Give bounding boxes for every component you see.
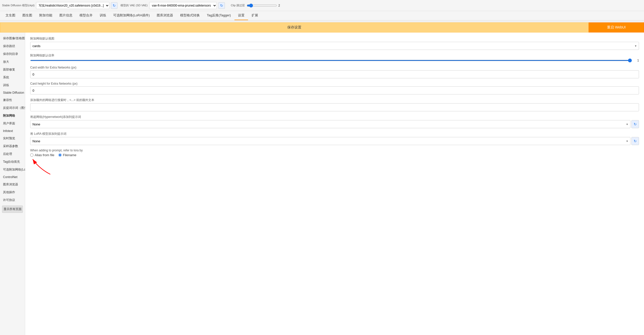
- lora-refer-row: When adding to prompt, refer to lora by …: [30, 149, 639, 157]
- sidebar-item-system[interactable]: 系统: [0, 74, 25, 81]
- lora-row: 将 LoRA 模型添加到提示词 None ▼ ↻: [30, 132, 639, 145]
- default-view-select[interactable]: cards list: [30, 42, 639, 50]
- tab-settings[interactable]: 设置: [234, 11, 248, 20]
- clip-slider[interactable]: [247, 4, 277, 8]
- extra-text-label: 添加额外的网络进行搜索时，<...> 前的额外文本: [30, 98, 639, 102]
- model-section: Stable Diffusion 模型(ckpt) 写实/realisticVi…: [2, 2, 117, 9]
- tab-tusheng[interactable]: 图生图: [19, 11, 36, 20]
- confidence-value: 1: [634, 59, 639, 62]
- vae-refresh-btn[interactable]: ↻: [218, 2, 225, 9]
- sidebar-item-lora[interactable]: 可选附加网络(LoRA插件): [0, 166, 25, 174]
- sidebar-item-ui[interactable]: 用户界面: [0, 120, 25, 127]
- alias-from-file-label: Alias from file: [35, 153, 54, 157]
- hypernetwork-select-inner-wrap: None ▼: [30, 120, 630, 128]
- extra-text-input[interactable]: [30, 103, 639, 111]
- show-all-pages-button[interactable]: 显示所有页面: [2, 206, 23, 213]
- extra-text-row: 添加额外的网络进行搜索时，<...> 前的额外文本: [30, 98, 639, 111]
- action-bar: 保存设置 重启 WebUI: [0, 22, 644, 32]
- default-view-select-wrap: cards list ▼: [30, 42, 639, 50]
- sidebar-item-savepath[interactable]: 保存路径: [0, 42, 25, 50]
- lora-select-wrap: None ▼ ↻: [30, 137, 639, 145]
- alias-from-file-radio[interactable]: [30, 153, 33, 157]
- hypernetwork-select[interactable]: None: [30, 120, 630, 128]
- lora-select[interactable]: None: [30, 137, 630, 145]
- card-width-input[interactable]: [30, 70, 639, 78]
- sidebar-item-postprocess[interactable]: 后处理: [0, 150, 25, 158]
- clip-value: 2: [278, 4, 280, 7]
- model-label: Stable Diffusion 模型(ckpt): [2, 4, 34, 7]
- sidebar-item-infotext[interactable]: Infotext: [0, 127, 25, 135]
- hypernetwork-select-wrap: None ▼ ↻: [30, 120, 639, 128]
- sidebar-item-zoom[interactable]: 放大: [0, 58, 25, 66]
- sidebar-item-tag[interactable]: Tag自动填充: [0, 158, 25, 166]
- sidebar-item-compat[interactable]: 兼容性: [0, 96, 25, 104]
- default-confidence-row: 附加网络默认信率 1: [30, 53, 639, 62]
- sidebar-item-sampler[interactable]: 采样器参数: [0, 142, 25, 150]
- card-width-row: Card width for Extra Networks (px): [30, 66, 639, 78]
- tab-fujia[interactable]: 附加功能: [36, 11, 56, 20]
- sidebar: 保存图像/首格图 保存路径 保存到目录 放大 面部修复 系统 训练 Stable…: [0, 32, 25, 335]
- sidebar-item-extra-networks[interactable]: 附加网络: [0, 112, 25, 120]
- sidebar-item-neg[interactable]: 反提词示词（图生图页面）: [0, 104, 25, 112]
- hypernetwork-refresh-btn[interactable]: ↻: [631, 120, 639, 128]
- model-refresh-btn[interactable]: ↻: [111, 2, 117, 9]
- model-select[interactable]: 写实/realisticVision20_v20.safetensors [c0…: [36, 2, 109, 9]
- sidebar-item-savedir[interactable]: 保存到目录: [0, 50, 25, 58]
- main-layout: 保存图像/首格图 保存路径 保存到目录 放大 面部修复 系统 训练 Stable…: [0, 32, 644, 335]
- tab-xunlian[interactable]: 训练: [96, 11, 110, 20]
- sidebar-item-license[interactable]: 许可协议: [0, 196, 25, 204]
- filename-radio[interactable]: [58, 153, 62, 157]
- confidence-slider[interactable]: [30, 60, 632, 61]
- sidebar-item-sd[interactable]: Stable Diffusion: [0, 89, 25, 96]
- clip-label: Clip 跳过层: [231, 4, 245, 7]
- lora-label: 将 LoRA 模型添加到提示词: [30, 132, 639, 136]
- card-height-row: Card height for Extra Networks (px): [30, 82, 639, 94]
- hypernetwork-label: 将超网络(Hypernetwork)添加到提示词: [30, 115, 639, 119]
- lora-refresh-btn[interactable]: ↻: [631, 137, 639, 145]
- filename-label: Filename: [63, 153, 76, 157]
- tab-gallery[interactable]: 图库浏览器: [153, 11, 177, 20]
- save-settings-button[interactable]: 保存设置: [0, 22, 589, 32]
- hypernetwork-row: 将超网络(Hypernetwork)添加到提示词 None ▼ ↻: [30, 115, 639, 128]
- top-bar: Stable Diffusion 模型(ckpt) 写实/realisticVi…: [0, 0, 644, 11]
- card-height-input[interactable]: [30, 86, 639, 94]
- lora-refer-label: When adding to prompt, refer to lora by: [30, 149, 639, 152]
- restart-webui-button[interactable]: 重启 WebUI: [589, 22, 644, 32]
- card-width-label: Card width for Extra Networks (px): [30, 66, 639, 69]
- default-view-row: 附加网络默认视图 cards list ▼: [30, 37, 639, 50]
- sidebar-item-other[interactable]: 其他操作: [0, 188, 25, 196]
- tab-wentu[interactable]: 文生图: [2, 11, 19, 20]
- default-confidence-label: 附加网络默认信率: [30, 53, 639, 58]
- sidebar-item-face[interactable]: 面部修复: [0, 66, 25, 74]
- clip-section: Clip 跳过层 2: [231, 4, 280, 8]
- lora-select-inner-wrap: None ▼: [30, 137, 630, 145]
- alias-from-file-option[interactable]: Alias from file: [30, 153, 54, 157]
- tab-tupian[interactable]: 图片信息: [56, 11, 76, 20]
- vae-label: 模型的 VAE (SD VAE): [120, 4, 147, 7]
- default-view-label: 附加网络默认视图: [30, 37, 639, 41]
- tab-extensions[interactable]: 扩展: [248, 11, 262, 20]
- card-height-label: Card height for Extra Networks (px): [30, 82, 639, 85]
- tab-tagger[interactable]: Tag反推(Tagger): [203, 11, 234, 20]
- confidence-slider-row: 1: [30, 59, 639, 62]
- filename-option[interactable]: Filename: [58, 153, 76, 157]
- lora-refer-radio-group: Alias from file Filename: [30, 153, 639, 157]
- sidebar-item-controlnet[interactable]: ControlNet: [0, 174, 25, 181]
- sidebar-item-gallery[interactable]: 图库浏览器: [0, 181, 25, 188]
- red-arrow-annotation: [28, 157, 58, 177]
- tab-convert[interactable]: 模型格式转换: [177, 11, 203, 20]
- sidebar-item-train[interactable]: 训练: [0, 81, 25, 89]
- sidebar-item-preview[interactable]: 实时预览: [0, 135, 25, 142]
- nav-tabs: 文生图 图生图 附加功能 图片信息 模型合并 训练 可选附加网络(LoRA插件)…: [0, 11, 644, 20]
- tab-moxing[interactable]: 模型合并: [76, 11, 96, 20]
- sidebar-item-save-image[interactable]: 保存图像/首格图: [0, 35, 25, 42]
- content-area: 附加网络默认视图 cards list ▼ 附加网络默认信率 1 Card wi…: [25, 32, 644, 335]
- vae-section: 模型的 VAE (SD VAE) vae-ft-mse-840000-ema-p…: [120, 2, 225, 9]
- vae-select[interactable]: vae-ft-mse-840000-ema-pruned.safetensors: [149, 2, 217, 9]
- tab-lora[interactable]: 可选附加网络(LoRA插件): [110, 11, 153, 20]
- clip-slider-wrap: 2: [247, 4, 280, 8]
